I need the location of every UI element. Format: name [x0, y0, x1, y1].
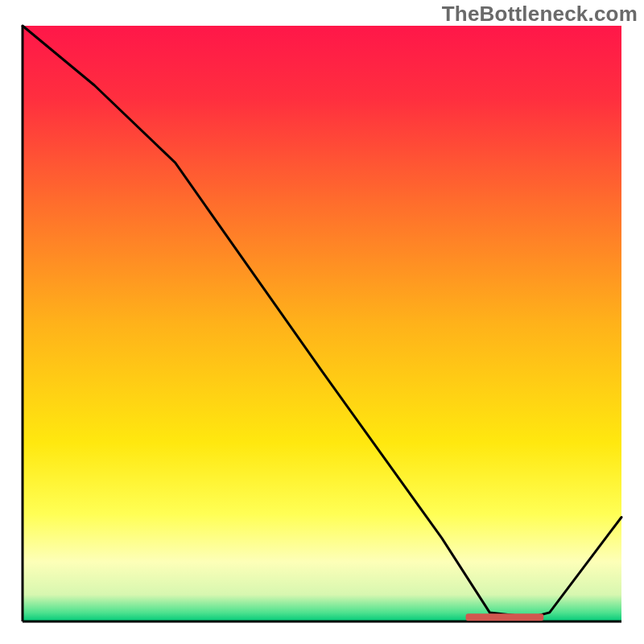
target-range-bar — [466, 613, 544, 621]
plot-background — [23, 26, 621, 621]
bottleneck-chart — [0, 0, 644, 644]
chart-stage: TheBottleneck.com — [0, 0, 644, 644]
